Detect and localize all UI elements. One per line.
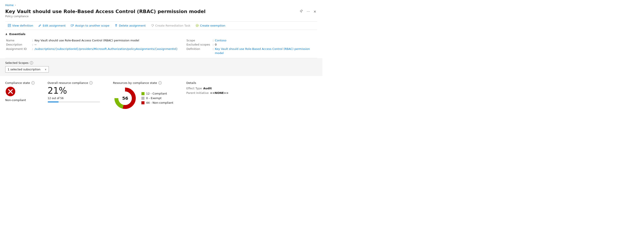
chevron-down-icon: ∨ <box>45 68 46 70</box>
essentials-name-value: Key Vault should use Role-Based Access C… <box>34 38 139 43</box>
legend-noncompliant: 44 - Non-compliant <box>142 101 174 104</box>
essentials-grid: Name : Key Vault should use Role-Based A… <box>5 38 317 55</box>
essentials-section: ∧ Essentials Name : Key Vault should use… <box>5 30 317 58</box>
scopes-section: Selected Scopes i 1 selected subscriptio… <box>0 58 322 76</box>
toolbar: View definition Edit assignment Assign t… <box>5 21 317 30</box>
essentials-assignment-id-label: Assignment ID <box>6 47 32 51</box>
resources-by-state-block: Resources by compliance state i <box>113 81 174 110</box>
details-parent-initiative-label: Parent Initiative <box>186 91 209 94</box>
scopes-info-icon[interactable]: i <box>30 61 33 64</box>
essentials-name-row: Name : Key Vault should use Role-Based A… <box>6 38 178 43</box>
essentials-definition-value[interactable]: Key Vault should use Role-Based Access C… <box>215 47 316 55</box>
essentials-assignment-id-value[interactable]: /subscriptions/{subscriptionId}/provider… <box>34 47 178 51</box>
essentials-scope-value[interactable]: Contoso <box>215 38 226 43</box>
essentials-definition-row: Definition : Key Vault should use Role-B… <box>186 47 316 55</box>
overall-compliance-block: Overall resource compliance i 21% 12 out… <box>48 81 100 102</box>
breadcrumb-home[interactable]: Home <box>5 4 14 7</box>
legend-compliant-color <box>142 92 144 95</box>
essentials-description-row: Description : -- <box>6 42 178 47</box>
progress-bar-fill <box>48 102 58 102</box>
compliance-info-icon[interactable]: i <box>31 81 35 84</box>
legend-exempt-color <box>142 97 144 100</box>
essentials-description-label: Description <box>6 42 32 47</box>
assign-scope-icon <box>71 24 74 27</box>
essentials-description-value: -- <box>34 42 36 47</box>
legend-compliant: 12 - Compliant <box>142 92 174 95</box>
donut-container: 56 12 - Compliant 0 - Exempt 44 - Non-co… <box>113 86 174 110</box>
metrics-section: Compliance state i Non-compliant Overall… <box>5 76 317 116</box>
essentials-name-label: Name <box>6 38 32 43</box>
edit-assignment-label: Edit assignment <box>43 24 66 27</box>
details-title: Details <box>186 81 228 84</box>
view-definition-icon <box>8 24 11 27</box>
legend-exempt: 0 - Exempt <box>142 96 174 100</box>
essentials-definition-label: Definition <box>186 47 213 51</box>
scopes-label-row: Selected Scopes i <box>5 61 317 64</box>
details-effect-type-row: Effect Type Audit <box>186 87 228 90</box>
details-parent-initiative-row: Parent Initiative <<NONE>> <box>186 91 228 94</box>
legend-noncompliant-label: 44 - Non-compliant <box>146 101 174 104</box>
compliance-state-block: Compliance state i Non-compliant <box>5 81 35 102</box>
scope-dropdown-value: 1 selected subscription <box>8 68 40 71</box>
overall-compliance-title: Overall resource compliance i <box>48 81 100 84</box>
compliance-state-title: Compliance state i <box>5 81 35 84</box>
svg-rect-4 <box>71 24 73 26</box>
resources-info-icon[interactable]: i <box>158 81 162 84</box>
details-parent-initiative-value: <<NONE>> <box>210 91 228 94</box>
legend-compliant-label: 12 - Compliant <box>146 92 167 95</box>
view-definition-label: View definition <box>12 24 33 27</box>
create-remediation-button[interactable]: Create Remediation Task <box>148 23 193 28</box>
progress-bar-container <box>48 102 100 102</box>
essentials-excluded-scopes-value: 0 <box>215 42 216 47</box>
legend-noncompliant-color <box>142 101 144 104</box>
legend: 12 - Compliant 0 - Exempt 44 - Non-compl… <box>142 92 174 104</box>
essentials-header[interactable]: ∧ Essentials <box>5 32 317 36</box>
page-header: Key Vault should use Role-Based Access C… <box>5 8 317 20</box>
pin-icon[interactable] <box>299 8 304 14</box>
details-block: Details Effect Type Audit Parent Initiat… <box>186 81 228 94</box>
essentials-scope-row: Scope : Contoso <box>186 38 316 43</box>
exemption-icon <box>196 24 199 27</box>
delete-assignment-label: Delete assignment <box>119 24 146 27</box>
collapse-icon: ∧ <box>5 32 8 36</box>
create-exemption-button[interactable]: Create exemption <box>193 23 228 28</box>
edit-assignment-button[interactable]: Edit assignment <box>36 23 68 28</box>
overall-detail: 12 out of 56 <box>48 97 100 100</box>
scope-dropdown[interactable]: 1 selected subscription ∨ <box>5 66 49 72</box>
create-remediation-label: Create Remediation Task <box>155 24 190 27</box>
header-actions: ··· ✕ <box>299 8 317 14</box>
essentials-assignment-id-row: Assignment ID : /subscriptions/{subscrip… <box>6 47 178 51</box>
compliance-state-label: Non-compliant <box>5 98 35 102</box>
more-options-icon[interactable]: ··· <box>306 9 311 14</box>
essentials-title: Essentials <box>9 32 26 36</box>
create-exemption-label: Create exemption <box>200 24 225 27</box>
close-icon[interactable]: ✕ <box>313 9 317 14</box>
overall-percent: 21% <box>48 86 100 95</box>
essentials-scope-label: Scope <box>186 38 213 43</box>
details-effect-type-value: Audit <box>203 87 212 90</box>
essentials-excluded-scopes-row: Excluded scopes : 0 <box>186 42 316 47</box>
page-subtitle: Policy compliance <box>5 15 299 18</box>
breadcrumb: Home › <box>5 4 317 7</box>
compliance-state-icon <box>5 86 16 97</box>
legend-exempt-label: 0 - Exempt <box>146 96 162 100</box>
view-definition-button[interactable]: View definition <box>5 23 36 28</box>
delete-icon <box>114 24 118 27</box>
donut-center-label: 56 <box>121 96 129 101</box>
delete-assignment-button[interactable]: Delete assignment <box>112 23 148 28</box>
scopes-label-text: Selected Scopes <box>5 61 28 64</box>
details-effect-type-label: Effect Type <box>186 87 202 90</box>
resources-by-state-title: Resources by compliance state i <box>113 81 174 84</box>
breadcrumb-sep: › <box>15 4 16 6</box>
assign-to-scope-label: Assign to another scope <box>75 24 109 27</box>
overall-info-icon[interactable]: i <box>89 81 92 84</box>
edit-assignment-icon <box>38 24 42 27</box>
svg-point-5 <box>196 24 198 27</box>
remediation-icon <box>151 24 154 27</box>
assign-to-scope-button[interactable]: Assign to another scope <box>68 23 112 28</box>
page-title: Key Vault should use Role-Based Access C… <box>5 8 299 15</box>
essentials-excluded-scopes-label: Excluded scopes <box>186 42 213 47</box>
